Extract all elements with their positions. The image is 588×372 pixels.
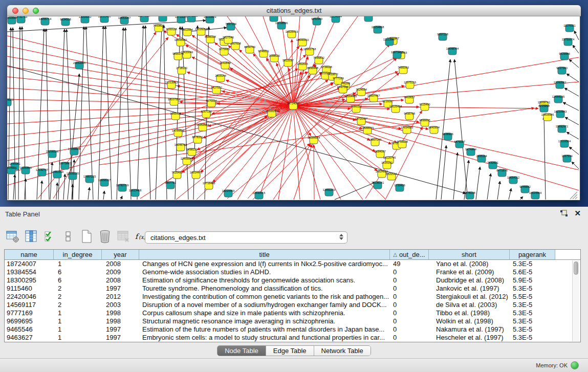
graph-node[interactable]: 11731793	[15, 16, 27, 23]
column-header-title[interactable]: title	[139, 250, 390, 259]
graph-node[interactable]: 8990448	[307, 67, 318, 74]
graph-edge[interactable]	[487, 173, 491, 200]
graph-node[interactable]: 18107554	[168, 98, 180, 105]
graph-node[interactable]: 17016504	[558, 140, 571, 147]
graph-node[interactable]: 16210643	[554, 110, 567, 118]
graph-node[interactable]: 16914479	[190, 171, 202, 179]
graph-node[interactable]: 10807467	[367, 94, 380, 102]
graph-node[interactable]: 9115460	[419, 103, 430, 111]
column-header-short[interactable]: short	[429, 250, 510, 259]
graph-node[interactable]: 19384554	[308, 136, 320, 144]
graph-node[interactable]: 16033809	[204, 16, 216, 23]
graph-node[interactable]: 8215958	[538, 104, 549, 112]
graph-node[interactable]: 7955812	[313, 56, 324, 64]
graph-edge[interactable]	[497, 181, 500, 200]
graph-edge[interactable]	[574, 31, 579, 40]
network-graph[interactable]: 1832541918640910169617585822037158852091…	[7, 16, 580, 200]
window-titlebar[interactable]: citations_edges.txt	[7, 5, 581, 16]
graph-node[interactable]: 15751074	[562, 38, 574, 46]
delete-column-button[interactable]	[97, 228, 113, 245]
graph-edge[interactable]	[453, 152, 458, 200]
graph-node[interactable]: 8471676	[496, 169, 507, 177]
graph-node[interactable]: 19218596	[275, 21, 288, 29]
resize-grip-icon[interactable]	[575, 197, 577, 199]
graph-node[interactable]: 15226058	[195, 28, 207, 35]
graph-edge[interactable]	[569, 59, 579, 68]
graph-edge[interactable]	[565, 117, 579, 125]
graph-node[interactable]: 12461233	[323, 188, 335, 196]
graph-edge[interactable]	[86, 27, 93, 200]
graph-node[interactable]: 8427552	[211, 86, 222, 94]
graph-edge[interactable]	[201, 106, 293, 172]
float-panel-icon[interactable]	[560, 210, 568, 217]
graph-node[interactable]: 12142737	[36, 168, 48, 176]
graph-node[interactable]: 16154808	[372, 26, 384, 33]
graph-edge[interactable]	[88, 187, 90, 200]
graph-node[interactable]: 3624554	[356, 88, 366, 96]
graph-node[interactable]: 13954640	[79, 16, 91, 23]
node-table[interactable]: namein_degreeyeartitle△out_de...shortpag…	[4, 249, 581, 342]
graph-node[interactable]: 2718120	[176, 67, 187, 74]
graph-node[interactable]: 9634508	[60, 18, 71, 26]
graph-node[interactable]: 2935114	[476, 155, 487, 162]
graph-node[interactable]: 8267130	[201, 110, 211, 118]
graph-edge[interactable]	[41, 181, 42, 200]
graph-node[interactable]: 10816586	[541, 113, 554, 121]
graph-edge[interactable]	[293, 106, 363, 200]
graph-node[interactable]: 7857224	[225, 23, 236, 30]
graph-node[interactable]: 18325419	[286, 30, 298, 38]
graph-node[interactable]: 9857791	[165, 181, 176, 189]
graph-node[interactable]: 15276027	[138, 16, 150, 22]
graph-node[interactable]: 10025458	[389, 105, 402, 113]
graph-node[interactable]: 9463627	[404, 96, 415, 103]
graph-edge[interactable]	[103, 191, 104, 200]
graph-node[interactable]: 12213963	[165, 81, 178, 89]
graph-node[interactable]: 3175685	[219, 48, 229, 55]
graph-edge[interactable]	[18, 27, 20, 200]
graph-node[interactable]: 20891406	[98, 16, 111, 23]
graph-edge[interactable]	[520, 196, 523, 200]
graph-node[interactable]: 9938926	[442, 133, 453, 140]
graph-node[interactable]: 6466161	[157, 16, 168, 21]
graph-node[interactable]: 12093582	[554, 81, 566, 89]
graph-node[interactable]: 9529966	[559, 52, 570, 60]
graph-node[interactable]: 10653287	[118, 16, 130, 24]
graph-node[interactable]: 16782759	[116, 184, 128, 191]
table-row[interactable]: 1456911722003Disruption of a novel membe…	[5, 301, 580, 309]
graph-edge[interactable]	[573, 45, 579, 53]
graph-edge[interactable]	[164, 25, 167, 200]
graph-edge[interactable]	[217, 106, 293, 200]
graph-edge[interactable]	[476, 167, 480, 200]
network-window[interactable]: citations_edges.txt 18325419186409101696…	[7, 5, 581, 201]
graph-edge[interactable]	[454, 59, 468, 200]
network-canvas[interactable]: 1832541918640910169617585822037158852091…	[7, 16, 580, 200]
graph-edge[interactable]	[314, 145, 314, 200]
table-scrollbar[interactable]	[572, 260, 579, 341]
table-row[interactable]: 977716911998Corpus callosum shape and si…	[5, 309, 580, 317]
graph-node[interactable]: 14055714	[39, 17, 51, 25]
table-scrollbar-thumb[interactable]	[574, 261, 578, 275]
tab-node-table[interactable]: Node Table	[217, 346, 266, 356]
graph-node[interactable]: 9474444	[465, 148, 476, 156]
column-header-in-degree[interactable]: in_degree	[54, 250, 102, 259]
graph-edge[interactable]	[273, 144, 311, 200]
table-mode-button[interactable]	[5, 228, 20, 245]
resize-grip-icon[interactable]	[573, 194, 577, 199]
graph-node[interactable]: 10924504	[529, 191, 541, 199]
graph-node[interactable]: 7485063	[398, 66, 408, 74]
graph-node[interactable]: 1588520	[269, 54, 279, 62]
memory-status-indicator[interactable]	[571, 361, 579, 369]
graph-edge[interactable]	[248, 45, 389, 199]
table-row[interactable]: 946362711997Embryonic stem cells: a mode…	[5, 334, 580, 342]
graph-node[interactable]: 11254944	[330, 16, 342, 23]
graph-node[interactable]: 10958107	[98, 179, 111, 186]
graph-node[interactable]: 9878228	[464, 191, 475, 199]
graph-edge[interactable]	[441, 145, 446, 200]
column-header-name[interactable]: name	[5, 250, 54, 259]
graph-node[interactable]: 2803144	[215, 74, 226, 82]
graph-edge[interactable]	[56, 183, 57, 200]
graph-node[interactable]: 6879197	[454, 140, 465, 148]
graph-node[interactable]: 1965498	[170, 112, 181, 120]
graph-node[interactable]: 9756928	[397, 140, 407, 148]
table-row[interactable]: 1830029562008Estimation of significance …	[5, 276, 580, 285]
